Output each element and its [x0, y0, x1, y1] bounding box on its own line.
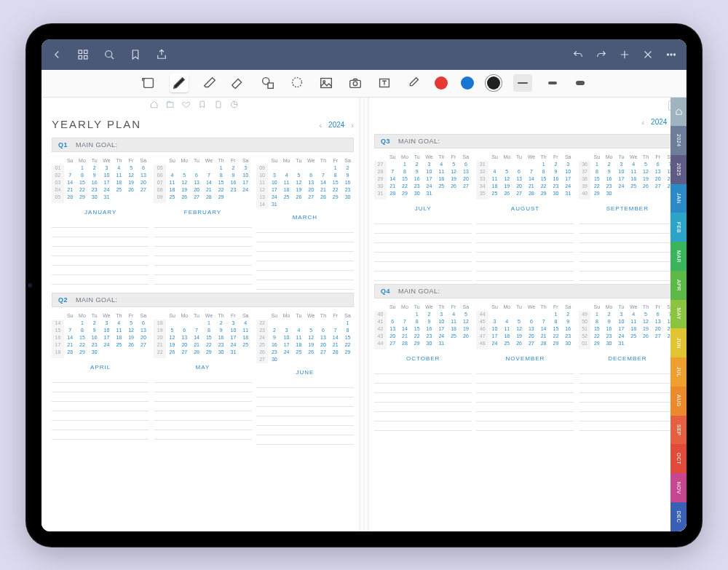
- calendar-grid[interactable]: SuMoTuWeThFrSa36123456737891011121314381…: [579, 153, 676, 199]
- sidetab-dec[interactable]: DEC: [670, 502, 687, 531]
- text-icon[interactable]: [376, 75, 392, 91]
- highlighter-icon[interactable]: [231, 75, 247, 91]
- sidetab-sep[interactable]: SEP: [670, 416, 687, 445]
- month-notes[interactable]: [154, 218, 251, 285]
- stroke-med[interactable]: [545, 74, 560, 92]
- month-name[interactable]: AUGUST: [476, 199, 574, 215]
- year-next-icon[interactable]: ›: [351, 121, 354, 130]
- calendar-grid[interactable]: SuMoTuWeThFrSa05123064567891007111213141…: [154, 157, 251, 203]
- camera-icon[interactable]: [347, 75, 363, 91]
- sidetab-feb[interactable]: FEB: [670, 213, 687, 242]
- lasso-icon[interactable]: [289, 75, 305, 91]
- sidetab-apr[interactable]: APR: [670, 271, 687, 300]
- add-icon[interactable]: [618, 48, 631, 61]
- month-notes[interactable]: [579, 365, 676, 431]
- shapes-icon[interactable]: [260, 75, 276, 91]
- home-icon[interactable]: [149, 99, 159, 112]
- month-name[interactable]: DECEMBER: [579, 349, 676, 365]
- month-notes[interactable]: [374, 365, 472, 431]
- month-notes[interactable]: [52, 218, 149, 285]
- sidetab-jun[interactable]: JUN: [670, 328, 687, 357]
- tablet-frame: YEARLY PLAN ‹ 2024 › Q1 MAIN GOAL: SuMoT…: [25, 23, 703, 547]
- svg-point-6: [670, 53, 672, 55]
- month-name[interactable]: JULY: [374, 199, 472, 215]
- stroke-thin[interactable]: [513, 74, 532, 92]
- quarter-header: Q3 MAIN GOAL:: [374, 134, 676, 149]
- sidetab-2025[interactable]: 2025: [670, 155, 687, 184]
- year-value[interactable]: 2024: [328, 121, 344, 129]
- color-blue[interactable]: [461, 76, 474, 90]
- top-bar: [41, 39, 687, 70]
- month-block: SuMoTuWeThFrSa09121034567891110111213141…: [256, 157, 354, 290]
- month-name[interactable]: FEBRUARY: [154, 203, 251, 218]
- month-name[interactable]: APRIL: [52, 358, 149, 373]
- month-name[interactable]: NOVEMBER: [476, 349, 574, 365]
- screen-rotate-icon[interactable]: [141, 75, 157, 91]
- month-block: SuMoTuWeThFrSa31123324567891033111213141…: [476, 153, 574, 281]
- pie-icon[interactable]: [229, 99, 239, 112]
- back-icon[interactable]: [50, 48, 63, 61]
- month-notes[interactable]: [374, 215, 472, 281]
- year-value[interactable]: 2024: [651, 118, 667, 126]
- page-title: YEARLY PLAN: [52, 118, 141, 130]
- stroke-thick[interactable]: [573, 74, 587, 92]
- month-notes[interactable]: [256, 379, 354, 445]
- color-red[interactable]: [435, 76, 448, 90]
- calendar-grid[interactable]: SuMoTuWeThFrSa09121034567891110111213141…: [256, 157, 354, 208]
- pen-tool-icon[interactable]: [170, 74, 189, 92]
- heart-icon[interactable]: [181, 99, 191, 112]
- month-name[interactable]: JUNE: [256, 363, 354, 379]
- calendar-grid[interactable]: SuMoTuWeThFrSa49123456750891011121314511…: [579, 303, 676, 349]
- bookmark-mini-icon[interactable]: [197, 99, 207, 112]
- bookmark-icon[interactable]: [129, 48, 142, 61]
- sidetab-jan[interactable]: JAN: [670, 184, 687, 213]
- calendar-grid[interactable]: SuMoTuWeThFrSa22123234567824910111213141…: [256, 312, 354, 363]
- color-black[interactable]: [487, 76, 500, 90]
- sidetab-jul[interactable]: JUL: [670, 357, 687, 387]
- calendar-grid[interactable]: SuMoTuWeThFrSa14123456157891011121316141…: [52, 312, 149, 358]
- month-notes[interactable]: [256, 223, 354, 290]
- quarter-label: Q3: [381, 138, 390, 145]
- eraser-icon[interactable]: [202, 75, 218, 91]
- doc-icon[interactable]: [213, 99, 223, 112]
- year-prev-icon[interactable]: ‹: [641, 118, 644, 127]
- calendar-grid[interactable]: SuMoTuWeThFrSa01123456027891011121303141…: [52, 157, 149, 203]
- months-row: SuMoTuWeThFrSa01123456027891011121303141…: [41, 157, 364, 290]
- folder-icon[interactable]: [165, 99, 175, 112]
- grid-icon[interactable]: [76, 48, 90, 61]
- month-name[interactable]: MAY: [154, 358, 251, 373]
- share-icon[interactable]: [155, 48, 168, 61]
- month-name[interactable]: JANUARY: [52, 203, 149, 218]
- image-icon[interactable]: [318, 75, 334, 91]
- redo-icon[interactable]: [595, 48, 608, 61]
- eyedropper-icon[interactable]: [405, 75, 422, 91]
- month-notes[interactable]: [476, 365, 574, 431]
- month-name[interactable]: MARCH: [256, 208, 354, 223]
- close-icon[interactable]: [641, 48, 654, 61]
- month-notes[interactable]: [52, 373, 149, 440]
- svg-point-11: [293, 78, 302, 87]
- search-icon[interactable]: [103, 48, 116, 61]
- more-icon[interactable]: [665, 48, 678, 61]
- month-notes[interactable]: [154, 373, 251, 440]
- month-notes[interactable]: [476, 215, 574, 281]
- sidetab-aug[interactable]: AUG: [670, 387, 687, 416]
- sidetab-mar[interactable]: MAR: [670, 242, 687, 271]
- sidetab-home[interactable]: [670, 98, 687, 127]
- undo-icon[interactable]: [571, 48, 585, 61]
- month-block: SuMoTuWeThFrSa22123234567824910111213141…: [256, 312, 354, 445]
- sidetab-oct[interactable]: OCT: [670, 444, 687, 473]
- sidetab-nov[interactable]: NOV: [670, 473, 687, 502]
- calendar-grid[interactable]: SuMoTuWeThFrSa27123456287891011121329141…: [374, 153, 472, 199]
- sidetab-2024[interactable]: 2024: [670, 126, 687, 155]
- month-name[interactable]: SEPTEMBER: [579, 199, 676, 215]
- calendar-grid[interactable]: SuMoTuWeThFrSa44124534567894610111213141…: [476, 303, 574, 349]
- month-notes[interactable]: [579, 215, 676, 281]
- calendar-grid[interactable]: SuMoTuWeThFrSa18123419567891011201213141…: [154, 312, 251, 358]
- calendar-grid[interactable]: SuMoTuWeThFrSa40123454167891011124213141…: [374, 303, 472, 349]
- month-name[interactable]: OCTOBER: [374, 349, 472, 365]
- svg-rect-2: [79, 55, 82, 59]
- year-prev-icon[interactable]: ‹: [319, 121, 322, 130]
- calendar-grid[interactable]: SuMoTuWeThFrSa31123324567891033111213141…: [476, 153, 574, 199]
- sidetab-may[interactable]: MAY: [670, 300, 687, 329]
